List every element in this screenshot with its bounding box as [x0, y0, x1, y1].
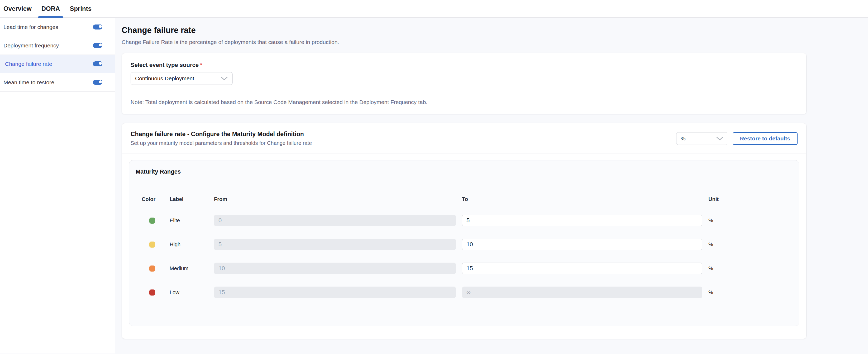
maturity-card-body: Maturity Ranges Color Label From To Unit: [122, 154, 806, 339]
column-header-color: Color: [135, 196, 169, 202]
unit-cell: %: [708, 289, 793, 295]
sidebar-item-label: Mean time to restore: [3, 79, 54, 85]
to-cell: [462, 287, 708, 298]
content-layout: Lead time for changes Deployment frequen…: [0, 18, 868, 353]
medium-from-input: [214, 262, 456, 274]
maturity-ranges-panel: Maturity Ranges Color Label From To Unit: [129, 160, 799, 326]
required-asterisk: *: [200, 62, 203, 68]
toggle-knob: [98, 61, 102, 65]
column-header-from: From: [214, 196, 462, 202]
table-row-high: High %: [135, 239, 793, 250]
to-cell: [462, 215, 708, 226]
maturity-card-header: Change failure rate - Configure the Matu…: [122, 123, 806, 153]
from-cell: [214, 262, 462, 274]
top-tab-bar: Overview DORA Sprints: [0, 0, 868, 18]
restore-to-defaults-button[interactable]: Restore to defaults: [733, 132, 798, 145]
range-label: Elite: [169, 218, 214, 224]
table-header-row: Color Label From To Unit: [135, 196, 793, 202]
low-to-input: [462, 287, 702, 298]
sidebar-item-label: Lead time for changes: [3, 24, 58, 30]
column-header-to: To: [462, 196, 708, 202]
color-cell: [135, 218, 169, 224]
from-cell: [214, 215, 462, 226]
toggle-knob: [98, 43, 102, 47]
tab-dora[interactable]: DORA: [38, 0, 64, 17]
metrics-sidebar: Lead time for changes Deployment frequen…: [0, 18, 115, 353]
column-header-label: Label: [169, 196, 214, 202]
active-tab-underline: [38, 16, 64, 18]
change-failure-rate-toggle[interactable]: [93, 61, 102, 66]
elite-color-swatch: [149, 218, 155, 224]
unit-cell: %: [708, 266, 793, 272]
event-source-label: Select event type source*: [131, 61, 798, 69]
chevron-down-icon: [220, 76, 228, 81]
to-cell: [462, 239, 708, 250]
deployment-frequency-toggle[interactable]: [93, 43, 102, 48]
maturity-ranges-title: Maturity Ranges: [135, 168, 793, 175]
range-label: Low: [169, 289, 214, 295]
color-cell: [135, 289, 169, 295]
toggle-knob: [98, 80, 102, 84]
elite-to-input[interactable]: [462, 215, 702, 226]
tab-overview[interactable]: Overview: [0, 0, 35, 17]
unit-selected-value: %: [681, 135, 686, 142]
unit-cell: %: [708, 218, 793, 224]
table-row-elite: Elite %: [135, 215, 793, 226]
maturity-card-header-text: Change failure rate - Configure the Matu…: [131, 131, 312, 146]
unit-cell: %: [708, 242, 793, 248]
range-label: High: [169, 242, 214, 248]
medium-color-swatch: [149, 266, 155, 272]
tab-sprints-label: Sprints: [70, 5, 92, 12]
unit-select[interactable]: %: [676, 132, 728, 145]
color-cell: [135, 266, 169, 272]
from-cell: [214, 287, 462, 298]
page-description: Change Failure Rate is the percentage of…: [122, 39, 807, 45]
event-source-selected-value: Continuous Deployment: [135, 75, 194, 82]
from-cell: [214, 239, 462, 250]
range-label: Medium: [169, 266, 214, 272]
to-cell: [462, 262, 708, 274]
tab-sprints[interactable]: Sprints: [66, 0, 95, 17]
elite-from-input: [214, 215, 456, 226]
sidebar-item-deployment-frequency[interactable]: Deployment frequency: [0, 36, 115, 55]
maturity-card-controls: % Restore to defaults: [676, 132, 798, 145]
sidebar-item-lead-time-for-changes[interactable]: Lead time for changes: [0, 18, 115, 36]
table-row-medium: Medium %: [135, 262, 793, 274]
medium-to-input[interactable]: [462, 262, 702, 274]
event-source-card: Select event type source* Continuous Dep…: [122, 53, 807, 114]
sidebar-item-change-failure-rate[interactable]: Change failure rate: [0, 55, 115, 73]
page-title: Change failure rate: [122, 25, 807, 36]
chevron-down-icon: [716, 136, 724, 141]
color-cell: [135, 242, 169, 248]
maturity-ranges-table: Color Label From To Unit Elite: [135, 196, 793, 298]
main-content: Change failure rate Change Failure Rate …: [115, 18, 868, 353]
sidebar-item-label: Deployment frequency: [3, 42, 59, 49]
toggle-knob: [98, 25, 102, 29]
low-color-swatch: [149, 289, 155, 295]
high-from-input: [214, 239, 456, 250]
mean-time-to-restore-toggle[interactable]: [93, 80, 102, 85]
high-color-swatch: [149, 242, 155, 248]
event-source-select[interactable]: Continuous Deployment: [131, 72, 233, 85]
table-row-low: Low %: [135, 287, 793, 298]
table-header-divider: [135, 208, 793, 208]
high-to-input[interactable]: [462, 239, 702, 250]
tab-dora-label: DORA: [41, 5, 60, 12]
deployment-note: Note: Total deployment is calculated bas…: [131, 99, 798, 106]
maturity-card-title: Change failure rate - Configure the Matu…: [131, 131, 312, 138]
column-header-unit: Unit: [708, 196, 793, 202]
tab-overview-label: Overview: [3, 5, 32, 12]
maturity-card-subtitle: Set up your maturity model parameters an…: [131, 140, 312, 146]
sidebar-item-mean-time-to-restore[interactable]: Mean time to restore: [0, 73, 115, 92]
low-from-input: [214, 287, 456, 298]
lead-time-toggle[interactable]: [93, 25, 102, 30]
sidebar-item-label: Change failure rate: [5, 61, 52, 67]
maturity-model-card: Change failure rate - Configure the Matu…: [122, 123, 807, 339]
